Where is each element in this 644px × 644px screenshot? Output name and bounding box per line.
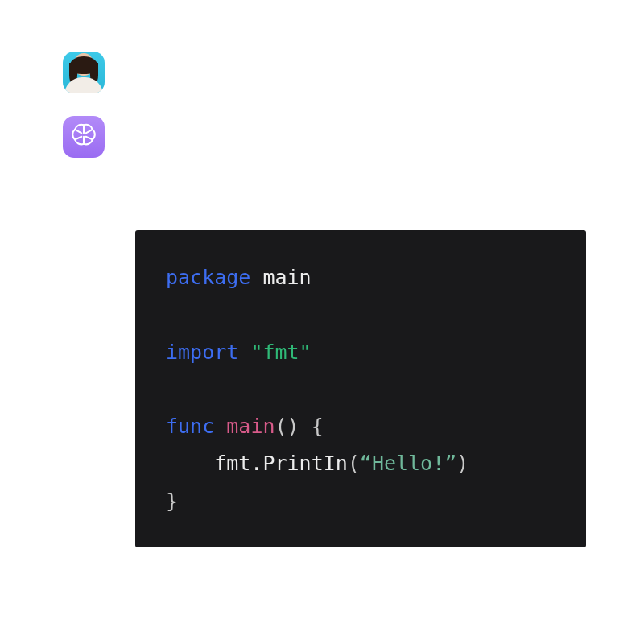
code-token-call: fmt.PrintIn [214, 452, 348, 475]
code-token-punct: ( [348, 452, 360, 475]
code-token-punct: ) [456, 452, 469, 475]
user-message-row [63, 52, 578, 93]
code-token-keyword: package [166, 266, 250, 289]
code-token-punct: } [166, 489, 178, 513]
code-indent [166, 452, 214, 475]
assistant-avatar [63, 116, 105, 158]
user-avatar [63, 52, 105, 93]
code-block[interactable]: package main import "fmt" func main() { … [135, 230, 586, 547]
code-token-string: “Hello!” [360, 452, 456, 475]
code-token-punct: () [275, 415, 299, 438]
openai-logo-icon [69, 121, 98, 153]
code-token-keyword: import [166, 341, 238, 364]
code-token-string: "fmt" [250, 341, 311, 364]
assistant-message-row [63, 116, 578, 158]
code-token-punct: { [312, 415, 324, 438]
code-token-identifier: main [262, 266, 311, 289]
code-token-keyword: func [166, 415, 214, 438]
code-token-function: main [226, 415, 275, 438]
